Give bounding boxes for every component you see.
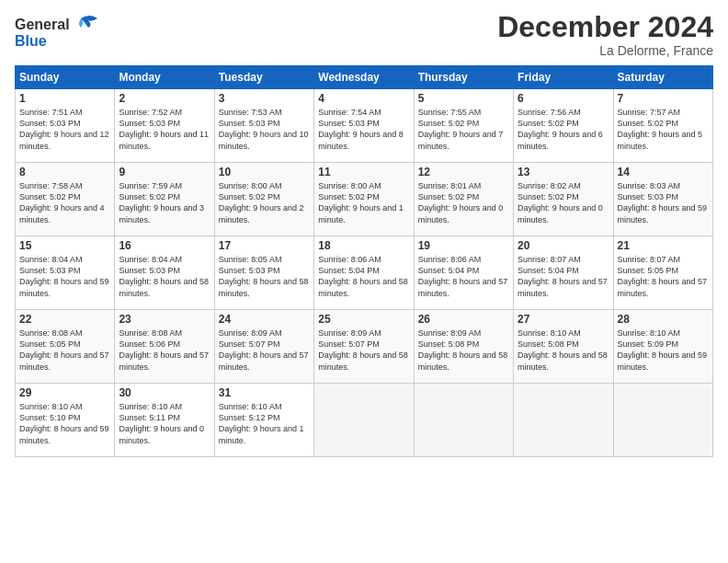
calendar-cell: 21Sunrise: 8:07 AMSunset: 5:05 PMDayligh… bbox=[613, 236, 712, 310]
day-info: Sunrise: 8:08 AMSunset: 5:06 PMDaylight:… bbox=[119, 328, 209, 371]
day-info: Sunrise: 8:05 AMSunset: 5:03 PMDaylight:… bbox=[219, 255, 309, 297]
col-thursday: Thursday bbox=[414, 66, 513, 89]
calendar-cell: 16Sunrise: 8:04 AMSunset: 5:03 PMDayligh… bbox=[115, 236, 214, 310]
calendar-cell bbox=[514, 384, 613, 457]
calendar-cell: 18Sunrise: 8:06 AMSunset: 5:04 PMDayligh… bbox=[314, 236, 414, 310]
day-number: 30 bbox=[119, 386, 210, 399]
day-info: Sunrise: 8:09 AMSunset: 5:07 PMDaylight:… bbox=[318, 328, 408, 371]
day-number: 25 bbox=[318, 313, 409, 326]
col-sunday: Sunday bbox=[16, 66, 115, 89]
day-info: Sunrise: 8:10 AMSunset: 5:12 PMDaylight:… bbox=[219, 402, 304, 444]
calendar-cell: 1Sunrise: 7:51 AMSunset: 5:03 PMDaylight… bbox=[16, 89, 115, 163]
calendar-cell: 3Sunrise: 7:53 AMSunset: 5:03 PMDaylight… bbox=[214, 89, 313, 163]
day-info: Sunrise: 7:56 AMSunset: 5:02 PMDaylight:… bbox=[518, 108, 603, 150]
day-number: 27 bbox=[518, 313, 609, 326]
day-number: 18 bbox=[318, 239, 409, 252]
day-number: 8 bbox=[19, 166, 110, 178]
calendar-week-3: 15Sunrise: 8:04 AMSunset: 5:03 PMDayligh… bbox=[16, 236, 713, 310]
title-section: December 2024 La Delorme, France bbox=[497, 11, 713, 58]
day-info: Sunrise: 8:00 AMSunset: 5:02 PMDaylight:… bbox=[219, 181, 304, 224]
svg-text:General: General bbox=[15, 17, 70, 32]
header: General Blue December 2024 La Delorme, F… bbox=[15, 11, 713, 58]
day-info: Sunrise: 8:01 AMSunset: 5:02 PMDaylight:… bbox=[418, 181, 504, 224]
calendar-cell: 27Sunrise: 8:10 AMSunset: 5:08 PMDayligh… bbox=[514, 310, 613, 384]
col-wednesday: Wednesday bbox=[314, 66, 414, 89]
day-number: 26 bbox=[418, 313, 509, 326]
day-info: Sunrise: 8:04 AMSunset: 5:03 PMDaylight:… bbox=[119, 255, 209, 297]
day-number: 7 bbox=[618, 92, 709, 105]
day-number: 20 bbox=[518, 239, 609, 252]
day-number: 13 bbox=[518, 166, 609, 178]
calendar-cell: 20Sunrise: 8:07 AMSunset: 5:04 PMDayligh… bbox=[514, 236, 613, 310]
day-number: 11 bbox=[318, 166, 409, 178]
calendar-cell: 26Sunrise: 8:09 AMSunset: 5:08 PMDayligh… bbox=[414, 310, 513, 384]
calendar-cell bbox=[314, 384, 414, 457]
day-number: 6 bbox=[518, 92, 609, 105]
calendar-cell: 6Sunrise: 7:56 AMSunset: 5:02 PMDaylight… bbox=[514, 89, 613, 163]
day-info: Sunrise: 8:06 AMSunset: 5:04 PMDaylight:… bbox=[318, 255, 408, 297]
day-info: Sunrise: 7:58 AMSunset: 5:02 PMDaylight:… bbox=[19, 181, 105, 224]
page-container: General Blue December 2024 La Delorme, F… bbox=[0, 0, 728, 465]
day-number: 31 bbox=[219, 386, 310, 399]
calendar-cell: 28Sunrise: 8:10 AMSunset: 5:09 PMDayligh… bbox=[613, 310, 712, 384]
day-info: Sunrise: 8:10 AMSunset: 5:08 PMDaylight:… bbox=[518, 328, 608, 371]
calendar-cell: 22Sunrise: 8:08 AMSunset: 5:05 PMDayligh… bbox=[16, 310, 115, 384]
calendar-cell: 30Sunrise: 8:10 AMSunset: 5:11 PMDayligh… bbox=[115, 384, 214, 457]
svg-text:Blue: Blue bbox=[15, 33, 47, 49]
day-number: 10 bbox=[219, 166, 310, 178]
day-number: 5 bbox=[418, 92, 509, 105]
calendar-cell: 29Sunrise: 8:10 AMSunset: 5:10 PMDayligh… bbox=[16, 384, 115, 457]
day-number: 19 bbox=[418, 239, 509, 252]
col-monday: Monday bbox=[115, 66, 214, 89]
day-info: Sunrise: 7:59 AMSunset: 5:02 PMDaylight:… bbox=[119, 181, 204, 224]
day-info: Sunrise: 8:00 AMSunset: 5:02 PMDaylight:… bbox=[318, 181, 404, 224]
day-number: 23 bbox=[119, 313, 210, 326]
header-row: Sunday Monday Tuesday Wednesday Thursday… bbox=[16, 66, 713, 89]
calendar-cell: 17Sunrise: 8:05 AMSunset: 5:03 PMDayligh… bbox=[214, 236, 313, 310]
day-info: Sunrise: 8:02 AMSunset: 5:02 PMDaylight:… bbox=[518, 181, 603, 224]
day-info: Sunrise: 7:55 AMSunset: 5:02 PMDaylight:… bbox=[418, 108, 504, 150]
day-info: Sunrise: 8:06 AMSunset: 5:04 PMDaylight:… bbox=[418, 255, 508, 297]
calendar-week-2: 8Sunrise: 7:58 AMSunset: 5:02 PMDaylight… bbox=[16, 163, 713, 236]
calendar-cell: 11Sunrise: 8:00 AMSunset: 5:02 PMDayligh… bbox=[314, 163, 414, 236]
calendar-cell: 25Sunrise: 8:09 AMSunset: 5:07 PMDayligh… bbox=[314, 310, 414, 384]
day-info: Sunrise: 8:09 AMSunset: 5:08 PMDaylight:… bbox=[418, 328, 508, 371]
calendar-cell: 14Sunrise: 8:03 AMSunset: 5:03 PMDayligh… bbox=[613, 163, 712, 236]
calendar-cell: 15Sunrise: 8:04 AMSunset: 5:03 PMDayligh… bbox=[16, 236, 115, 310]
calendar-cell: 12Sunrise: 8:01 AMSunset: 5:02 PMDayligh… bbox=[414, 163, 513, 236]
day-info: Sunrise: 8:10 AMSunset: 5:10 PMDaylight:… bbox=[19, 402, 109, 444]
day-info: Sunrise: 8:09 AMSunset: 5:07 PMDaylight:… bbox=[219, 328, 309, 371]
calendar-cell: 4Sunrise: 7:54 AMSunset: 5:03 PMDaylight… bbox=[314, 89, 414, 163]
day-number: 9 bbox=[119, 166, 210, 178]
day-info: Sunrise: 8:03 AMSunset: 5:03 PMDaylight:… bbox=[618, 181, 708, 224]
day-number: 12 bbox=[418, 166, 509, 178]
calendar-cell: 9Sunrise: 7:59 AMSunset: 5:02 PMDaylight… bbox=[115, 163, 214, 236]
calendar-cell: 7Sunrise: 7:57 AMSunset: 5:02 PMDaylight… bbox=[613, 89, 712, 163]
calendar-cell: 2Sunrise: 7:52 AMSunset: 5:03 PMDaylight… bbox=[115, 89, 214, 163]
day-number: 4 bbox=[318, 92, 409, 105]
day-number: 3 bbox=[219, 92, 310, 105]
calendar-table: Sunday Monday Tuesday Wednesday Thursday… bbox=[15, 65, 713, 457]
calendar-cell bbox=[414, 384, 513, 457]
calendar-cell: 23Sunrise: 8:08 AMSunset: 5:06 PMDayligh… bbox=[115, 310, 214, 384]
day-info: Sunrise: 8:08 AMSunset: 5:05 PMDaylight:… bbox=[19, 328, 109, 371]
day-number: 1 bbox=[19, 92, 110, 105]
day-number: 21 bbox=[618, 239, 709, 252]
logo-text: General Blue bbox=[15, 11, 116, 56]
month-title: December 2024 bbox=[497, 11, 713, 43]
day-info: Sunrise: 8:04 AMSunset: 5:03 PMDaylight:… bbox=[19, 255, 109, 297]
calendar-cell: 19Sunrise: 8:06 AMSunset: 5:04 PMDayligh… bbox=[414, 236, 513, 310]
calendar-week-1: 1Sunrise: 7:51 AMSunset: 5:03 PMDaylight… bbox=[16, 89, 713, 163]
calendar-cell: 10Sunrise: 8:00 AMSunset: 5:02 PMDayligh… bbox=[214, 163, 313, 236]
location: La Delorme, France bbox=[497, 43, 713, 58]
logo: General Blue bbox=[15, 11, 116, 56]
day-number: 15 bbox=[19, 239, 110, 252]
col-friday: Friday bbox=[514, 66, 613, 89]
calendar-cell: 8Sunrise: 7:58 AMSunset: 5:02 PMDaylight… bbox=[16, 163, 115, 236]
day-info: Sunrise: 8:10 AMSunset: 5:11 PMDaylight:… bbox=[119, 402, 204, 444]
day-info: Sunrise: 8:07 AMSunset: 5:04 PMDaylight:… bbox=[518, 255, 608, 297]
calendar-cell: 24Sunrise: 8:09 AMSunset: 5:07 PMDayligh… bbox=[214, 310, 313, 384]
day-info: Sunrise: 7:54 AMSunset: 5:03 PMDaylight:… bbox=[318, 108, 404, 150]
day-number: 16 bbox=[119, 239, 210, 252]
day-number: 2 bbox=[119, 92, 210, 105]
